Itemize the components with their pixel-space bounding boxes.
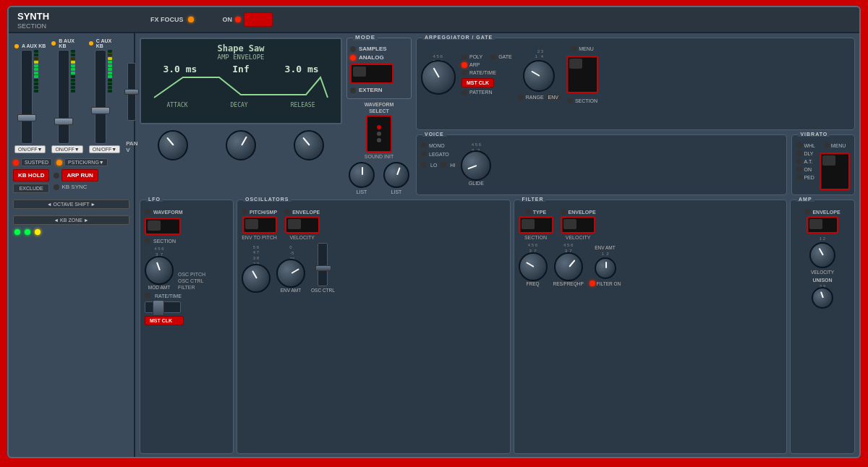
bottom-led-2 — [25, 229, 30, 235]
lfo-rate-knob[interactable] — [145, 256, 174, 285]
extern-item: EXTERN — [350, 87, 408, 93]
led-seg — [34, 50, 38, 53]
osc-env-row: ENVELOPE — [284, 209, 320, 215]
led-seg — [34, 64, 38, 67]
waveform-select-switch[interactable] — [366, 115, 392, 153]
release-knob[interactable] — [294, 130, 324, 160]
osc-ctrl-label: OSC CTRL — [178, 278, 205, 283]
env-badge: ENV — [546, 95, 561, 100]
arp-rate-knob[interactable] — [421, 60, 456, 95]
display-screen: Shape Saw AMP ENVELOPE 3.0 ms Inf 3.0 ms… — [140, 38, 342, 124]
amp-section: AMP ENVELOPE 1 2 — [790, 200, 855, 454]
fader-a-thumb[interactable] — [17, 114, 36, 121]
led-seg — [71, 82, 75, 85]
led-seg — [34, 79, 38, 82]
filter-env-amt-knob[interactable] — [595, 257, 616, 279]
amp-env-rocker[interactable] — [807, 216, 838, 234]
osc-knob2[interactable] — [276, 259, 305, 288]
kb-hold-btn[interactable]: KB HOLD — [13, 169, 49, 181]
osc-knob1[interactable] — [242, 264, 271, 293]
filter-env-rocker[interactable] — [561, 216, 595, 234]
arp-mst-clk-btn[interactable]: MST CLK — [461, 78, 494, 87]
vibrato-rocker[interactable] — [820, 153, 850, 190]
lfo-mst-clk-btn[interactable]: MST CLK — [145, 316, 184, 325]
filter-freq-knob[interactable] — [519, 252, 548, 281]
fader-b[interactable] — [58, 50, 69, 144]
arp-knob-area: 4 5 63 72 81 90 10 — [421, 54, 456, 95]
led-seg — [108, 75, 112, 78]
analog-label: ANALOG — [359, 54, 384, 61]
octave-area: ◄ OCTAVE SHIFT ► — [12, 196, 131, 209]
exclude-btn[interactable]: EXCLUDE — [13, 184, 49, 193]
led-strip-b — [71, 50, 77, 144]
osc-knobs-row: 5 64 73 82 91 100 0 -5 -10 — [242, 243, 506, 293]
pitch-smp-rocker[interactable] — [242, 216, 277, 234]
sustped-item: SUSTPED — [13, 158, 52, 166]
bottom-led-3 — [35, 229, 41, 235]
fader-c-thumb[interactable] — [91, 107, 110, 114]
attack-val: 3.0 ms — [163, 64, 197, 74]
range-led — [518, 94, 524, 100]
led-seg — [108, 82, 112, 85]
lfo-fader-thumb[interactable] — [153, 300, 164, 316]
pstick-btn[interactable]: PSTICK/RNG▼ — [64, 158, 108, 166]
lfo-waveform-rocker[interactable] — [145, 218, 181, 235]
vibrato-title: VIBRATO — [798, 132, 830, 137]
list-knob-1-area: LIST — [349, 162, 375, 195]
lfo-fader[interactable] — [145, 301, 181, 313]
env-to-pitch-label: ENV TO PITCH — [242, 235, 277, 240]
glide-knob[interactable] — [461, 150, 491, 181]
filter-section: FILTER TYPE SECTION — [514, 200, 788, 454]
unison-knob[interactable] — [812, 287, 833, 309]
sustped-btn[interactable]: SUSTPED — [21, 158, 52, 166]
amp-vel-knob[interactable] — [809, 242, 835, 268]
range-knob[interactable] — [523, 60, 555, 92]
fader-a[interactable] — [21, 50, 33, 144]
osc-env-rocker[interactable] — [285, 216, 320, 234]
glide-label: GLIDE — [469, 181, 484, 186]
arp-run-btn[interactable]: ARP RUN — [61, 169, 98, 181]
filter-knob1-area: 4 5 63 72 81 90 10 FREQ — [519, 243, 548, 286]
osc-ctrl-label: OSC CTRL — [311, 288, 335, 293]
at-label: A.T. — [804, 159, 812, 164]
pan-fader[interactable] — [127, 63, 136, 121]
aux-c-switch[interactable]: ON/OFF▼ — [89, 145, 120, 153]
dly-label: DLY — [804, 151, 813, 156]
led-seg — [71, 86, 75, 89]
fader-a-group: A AUX KB — [14, 43, 46, 153]
on-vib-label: ON — [804, 167, 812, 172]
octave-shift-btn[interactable]: ◄ OCTAVE SHIFT ► — [13, 200, 129, 209]
attack-knob[interactable] — [158, 130, 188, 160]
osc-ctrl-thumb[interactable] — [315, 265, 331, 271]
poly-row: POLY GATE — [461, 54, 512, 60]
decay-knob[interactable] — [226, 130, 256, 160]
lfo-section: LFO WAVEFORM SECTION — [140, 200, 234, 454]
filter-type-rocker[interactable] — [519, 216, 553, 234]
unison-area: UNISON 2 31 4 — [795, 278, 850, 309]
lfo-fader-row — [145, 301, 229, 313]
fader-b-group: B AUX KB — [51, 38, 82, 153]
filter-res-knob[interactable] — [554, 252, 583, 281]
fader-b-thumb[interactable] — [54, 118, 73, 125]
fader-c[interactable] — [95, 50, 106, 144]
envelope-graphic — [145, 74, 336, 100]
kb-zone-btn[interactable]: ◄ KB ZONE ► — [13, 215, 129, 225]
lfo-rate-row: RATE/TIME — [145, 293, 229, 299]
aux-b-switch[interactable]: ON/OFF▼ — [51, 145, 82, 153]
aux-a-switch[interactable]: ON/OFF▼ — [14, 145, 46, 153]
pan-fader-thumb[interactable] — [124, 89, 139, 95]
arp-rocker[interactable] — [566, 56, 598, 93]
at-led — [796, 158, 802, 164]
on-switch[interactable] — [244, 12, 273, 27]
list-knob-1[interactable] — [349, 162, 375, 188]
list-knob-2[interactable] — [383, 162, 409, 188]
gate-led — [490, 54, 496, 60]
mode-rocker[interactable] — [350, 64, 393, 84]
filter-env-scale: 1 2 — [601, 252, 608, 256]
filter-env-row: ENVELOPE — [561, 209, 596, 215]
led-seg — [108, 68, 112, 71]
osc-ctrl-fader[interactable] — [318, 243, 328, 286]
waveform-label: WAVEFORM — [365, 102, 394, 107]
filter-toggle-row: TYPE SECTION ENVELOPE — [519, 209, 783, 240]
preset-name: Shape Saw — [145, 43, 336, 53]
